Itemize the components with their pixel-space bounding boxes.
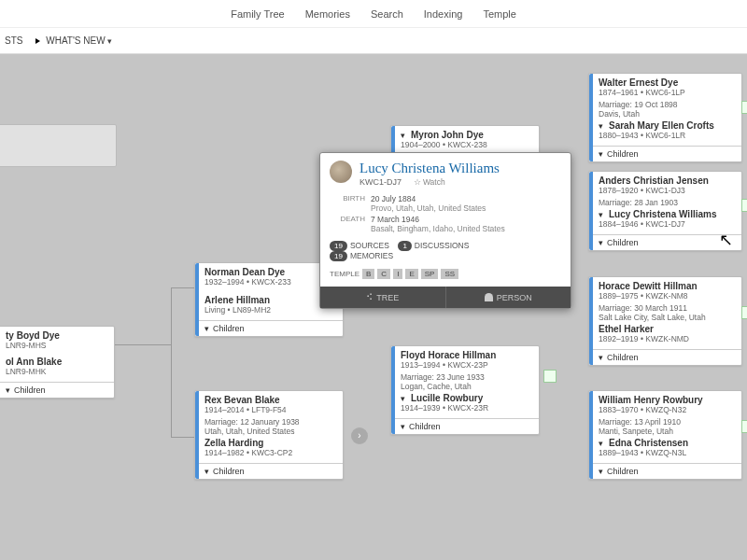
top-nav: Family Tree Memories Search Indexing Tem… [0, 0, 747, 28]
subnav-lists[interactable]: STS [5, 35, 22, 46]
card-floyd-hillman[interactable]: Floyd Horace Hillman 1913–1994 • KWCX-23… [390, 345, 540, 435]
nav-forward-button[interactable]: › [351, 427, 368, 444]
avatar [330, 161, 352, 183]
memories-count[interactable]: 19 [330, 251, 347, 261]
tree-icon [366, 292, 373, 302]
temple-b[interactable]: B [362, 269, 374, 279]
card-anders-jensen[interactable]: Anders Christian Jensen 1878–1920 • KWC1… [588, 171, 742, 251]
nav-memories[interactable]: Memories [305, 8, 350, 20]
card-myron-dye[interactable]: Myron John Dye 1904–2000 • KWCX-238 [390, 125, 540, 155]
temple-sp[interactable]: SP [421, 269, 439, 279]
connector [115, 344, 171, 345]
spouse-name: ol Ann Blake [6, 357, 108, 367]
subnav-whatsnew[interactable]: WHAT'S NEW [35, 35, 112, 46]
card-rex-blake[interactable]: Rex Bevan Blake 1914–2014 • LFT9-F54 Mar… [194, 390, 344, 480]
sources-count[interactable]: 19 [330, 241, 347, 251]
temple-icon[interactable] [741, 101, 747, 114]
temple-icon[interactable] [741, 199, 747, 212]
sub-nav: STS WHAT'S NEW [0, 28, 747, 54]
card-walter-dye[interactable]: Walter Ernest Dye 1874–1961 • KWC6-1LP M… [588, 73, 742, 162]
card-william-rowbury[interactable]: William Henry Rowbury 1883–1970 • KWZQ-N… [588, 390, 742, 480]
connector [171, 287, 194, 288]
temple-ss[interactable]: SS [441, 269, 458, 279]
tree-button[interactable]: TREE [320, 287, 445, 308]
nav-family-tree[interactable]: Family Tree [231, 8, 284, 20]
temple-icon[interactable] [543, 370, 557, 383]
children-toggle[interactable]: Children [0, 382, 114, 398]
person-icon [485, 293, 493, 301]
tree-canvas[interactable]: ty Boyd Dye LNR9-MHS ol Ann Blake LNR9-M… [0, 54, 747, 560]
temple-e[interactable]: E [405, 269, 417, 279]
temple-icon[interactable] [741, 306, 747, 319]
nav-indexing[interactable]: Indexing [424, 8, 463, 20]
nav-temple[interactable]: Temple [483, 8, 515, 20]
person-id: LNR9-MHS [6, 341, 108, 351]
children-toggle[interactable]: Children [195, 320, 343, 336]
card-horace-hillman[interactable]: Horace Dewitt Hillman 1889–1975 • KWZK-N… [588, 276, 742, 366]
connector [171, 287, 172, 437]
children-toggle[interactable]: Children [195, 463, 343, 479]
person-button[interactable]: PERSON [446, 287, 571, 308]
temple-i[interactable]: I [393, 269, 402, 279]
focus-person-card[interactable]: ty Boyd Dye LNR9-MHS ol Ann Blake LNR9-M… [0, 326, 115, 399]
watch-link[interactable]: Watch [414, 177, 445, 187]
connector [171, 437, 194, 438]
megaphone-icon [35, 38, 40, 44]
person-name: ty Boyd Dye [6, 330, 108, 341]
children-toggle[interactable]: Children [589, 146, 741, 161]
person-hover-card: Lucy Christena Williams KWC1-DJ7 Watch B… [319, 152, 571, 309]
temple-c[interactable]: C [377, 269, 390, 279]
discussions-count[interactable]: 1 [398, 241, 411, 251]
children-toggle[interactable]: Children [391, 418, 539, 434]
temple-icon[interactable] [741, 420, 747, 433]
children-toggle[interactable]: Children [589, 234, 741, 250]
nav-search[interactable]: Search [371, 8, 403, 20]
children-toggle[interactable]: Children [589, 463, 741, 479]
children-toggle[interactable]: Children [589, 349, 741, 365]
placeholder-card[interactable] [0, 124, 117, 167]
popup-name[interactable]: Lucy Christena Williams [359, 161, 561, 176]
